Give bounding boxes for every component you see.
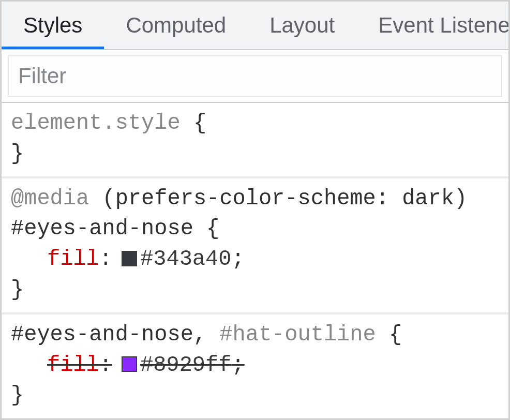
semicolon: ; — [231, 244, 244, 275]
tab-layout[interactable]: Layout — [248, 2, 356, 49]
rule-close-line: } — [11, 139, 499, 169]
rule-close-line: } — [11, 275, 499, 305]
rules-list: element.style { } @media (prefers-color-… — [2, 103, 508, 418]
tab-event-listeners[interactable]: Event Listeners — [356, 2, 508, 49]
tab-strip: Styles Computed Layout Event Listeners — [2, 2, 508, 50]
selector-part: #eyes-and-nose — [11, 322, 193, 347]
styles-panel: Styles Computed Layout Event Listeners e… — [0, 0, 510, 420]
tab-label: Styles — [23, 13, 82, 38]
media-condition: (prefers-color-scheme: dark) — [102, 186, 467, 211]
selector-part-dimmed: #hat-outline — [219, 322, 376, 347]
open-brace: { — [206, 216, 219, 241]
media-line: @media (prefers-color-scheme: dark) — [11, 184, 499, 214]
rule-selector-line: #eyes-and-nose { — [11, 214, 499, 244]
rule-media-eyes-and-nose[interactable]: @media (prefers-color-scheme: dark) #eye… — [2, 178, 508, 314]
declaration-overridden[interactable]: fill: #8929ff; — [11, 350, 499, 381]
close-brace: } — [11, 383, 24, 408]
colon: : — [99, 350, 112, 381]
color-swatch-wrap — [112, 252, 140, 267]
close-brace: } — [11, 277, 24, 302]
close-brace: } — [11, 141, 24, 166]
rule-close-line: } — [11, 380, 499, 411]
colon: : — [99, 244, 112, 275]
color-swatch-icon[interactable] — [122, 356, 137, 372]
declaration[interactable]: fill: #343a40; — [11, 244, 499, 275]
rule-selector-line: element.style { — [11, 108, 499, 139]
property-name: fill — [47, 244, 99, 275]
property-value: #8929ff — [140, 350, 231, 381]
tab-label: Event Listeners — [378, 13, 508, 38]
color-swatch-icon[interactable] — [122, 251, 137, 266]
tab-label: Computed — [126, 13, 226, 38]
filter-row — [2, 50, 508, 103]
comma: , — [193, 322, 219, 347]
rule-selector-line: #eyes-and-nose, #hat-outline { — [11, 320, 499, 350]
color-swatch-wrap — [112, 357, 140, 373]
rule-element-style[interactable]: element.style { } — [2, 103, 508, 178]
property-name: fill — [47, 350, 99, 381]
media-at: @media — [11, 186, 89, 211]
rule-eyes-and-nose-hat-outline[interactable]: #eyes-and-nose, #hat-outline { fill: #89… — [2, 314, 508, 418]
selector: #eyes-and-nose — [11, 216, 193, 241]
selector: element.style — [11, 111, 181, 136]
filter-input[interactable] — [8, 55, 502, 97]
tab-computed[interactable]: Computed — [104, 2, 248, 49]
semicolon: ; — [231, 350, 244, 381]
tab-styles[interactable]: Styles — [2, 2, 104, 49]
property-value: #343a40 — [140, 244, 231, 275]
open-brace: { — [193, 111, 206, 136]
tab-label: Layout — [269, 13, 335, 38]
open-brace: { — [389, 322, 402, 347]
